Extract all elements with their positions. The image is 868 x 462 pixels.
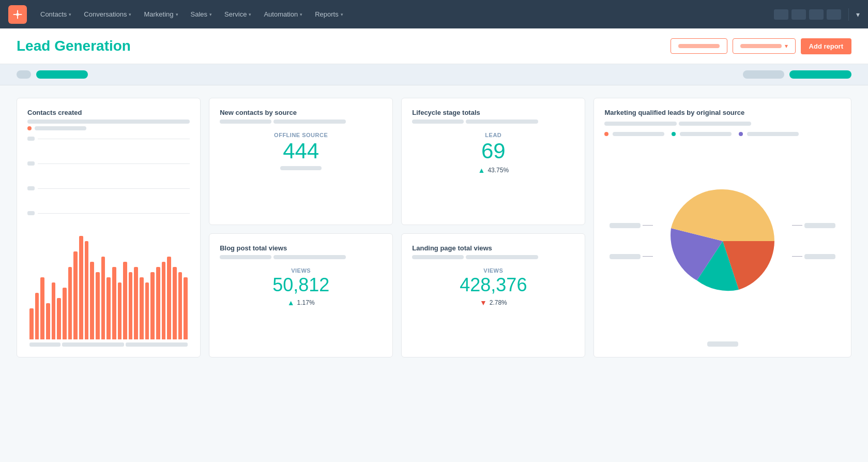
y-axis-label <box>27 137 35 141</box>
skel-line <box>604 122 677 126</box>
legend-dot-teal <box>672 132 676 136</box>
pie-connector <box>643 256 653 257</box>
skel-line <box>27 120 190 124</box>
chevron-down-icon: ▾ <box>300 12 302 17</box>
nav-action-btn-4[interactable] <box>827 9 841 20</box>
bar <box>173 267 177 339</box>
add-report-button[interactable]: Add report <box>801 38 851 54</box>
chevron-down-icon: ▾ <box>69 12 71 17</box>
chevron-down-icon: ▾ <box>249 12 251 17</box>
bar <box>29 308 34 339</box>
bar <box>112 267 116 339</box>
grid-rule <box>38 213 190 214</box>
bar <box>118 282 122 339</box>
nav-action-btn-2[interactable] <box>791 9 806 20</box>
grid-rule <box>38 163 190 164</box>
skel-line <box>412 255 464 259</box>
filter-option-2[interactable] <box>789 70 851 79</box>
y-axis-label <box>27 186 35 190</box>
nav-item-sales[interactable]: Sales ▾ <box>186 7 218 21</box>
nav-action-btn-3[interactable] <box>809 9 824 20</box>
skel-line <box>35 126 86 130</box>
pie-right-label <box>804 254 835 259</box>
metric-sub-skel <box>280 166 322 170</box>
bar <box>150 272 155 339</box>
nav-item-automation[interactable]: Automation ▾ <box>258 7 308 21</box>
x-label <box>126 342 188 347</box>
blog-post-card: Blog post total views VIEWS 50,812 ▲ 1.1… <box>209 233 393 357</box>
filter-button[interactable] <box>671 38 727 54</box>
nav-divider <box>848 8 849 21</box>
nav-item-contacts[interactable]: Contacts ▾ <box>35 7 77 21</box>
bar <box>106 277 111 339</box>
svg-point-0 <box>16 13 19 16</box>
bar <box>46 303 50 339</box>
bar <box>35 293 39 339</box>
legend-row <box>604 132 841 136</box>
blog-post-title: Blog post total views <box>220 244 382 252</box>
grid-rule <box>38 139 190 139</box>
bar <box>178 272 182 339</box>
arrow-down-icon: ▼ <box>480 299 487 307</box>
hubspot-logo[interactable] <box>8 5 27 24</box>
pie-bottom-label <box>707 341 738 347</box>
nav-action-btn-1[interactable] <box>774 9 788 20</box>
header-actions: ▾ Add report <box>671 38 851 54</box>
filter-bar <box>0 64 868 85</box>
skel-line <box>273 255 346 259</box>
bar <box>129 272 133 339</box>
filter-left <box>17 70 88 79</box>
lifecycle-stage-label: LEAD <box>412 132 574 138</box>
bar <box>79 236 83 339</box>
bar <box>90 262 94 339</box>
landing-metric-value: 428,376 <box>412 276 574 294</box>
bar <box>162 262 166 339</box>
bar <box>63 288 67 339</box>
filter-option-1[interactable] <box>743 70 784 79</box>
skel-line <box>273 120 346 124</box>
nav-actions: ▾ <box>774 8 860 21</box>
card-skeleton <box>412 120 574 124</box>
skel-line <box>679 122 751 126</box>
pie-connector <box>643 225 653 226</box>
nav-item-conversations[interactable]: Conversations ▾ <box>79 7 136 21</box>
legend-dot-red <box>27 126 32 130</box>
bar <box>101 257 105 339</box>
new-contacts-card: New contacts by source OFFLINE SOURCE 44… <box>209 98 393 225</box>
bar <box>123 262 127 339</box>
bar <box>52 282 56 339</box>
filter-active-tag[interactable] <box>36 70 88 79</box>
skel-line <box>747 132 799 136</box>
nav-item-service[interactable]: Service ▾ <box>219 7 256 21</box>
lifecycle-value: 69 <box>412 140 574 162</box>
date-range-button[interactable]: ▾ <box>733 38 796 54</box>
main-content: Contacts created <box>0 85 868 370</box>
pie-connector <box>792 225 802 226</box>
bar <box>145 282 149 339</box>
nav-item-marketing[interactable]: Marketing ▾ <box>139 7 183 21</box>
blog-metric-label: VIEWS <box>220 267 382 274</box>
pie-connector <box>792 256 802 257</box>
bar <box>85 241 89 339</box>
page-title: Lead Generation <box>17 38 131 54</box>
nav-item-reports[interactable]: Reports ▾ <box>310 7 348 21</box>
bar <box>96 272 100 339</box>
skel-line <box>466 120 538 124</box>
new-contacts-title: New contacts by source <box>220 109 382 116</box>
legend-dot-red <box>604 132 608 136</box>
nav-expand-icon[interactable]: ▾ <box>856 10 860 19</box>
mql-card: Marketing qualified leads by original so… <box>593 98 851 357</box>
bar <box>73 251 78 339</box>
filter-right <box>743 70 851 79</box>
bar <box>134 267 138 339</box>
grid-rule <box>38 188 190 189</box>
y-axis-label <box>27 211 35 215</box>
chevron-down-icon: ▾ <box>176 12 178 17</box>
pie-chart-area <box>604 144 841 337</box>
chevron-down-icon: ▾ <box>785 42 788 50</box>
bar-chart <box>27 137 190 347</box>
blog-change: ▲ 1.17% <box>220 299 382 307</box>
legend-dot-purple <box>739 132 743 136</box>
filter-toggle[interactable] <box>17 70 31 79</box>
bar <box>140 277 144 339</box>
